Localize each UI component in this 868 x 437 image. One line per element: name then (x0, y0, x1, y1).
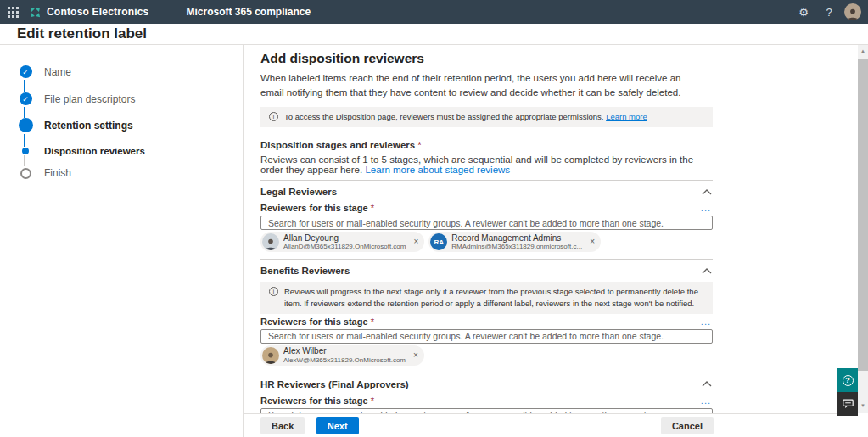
chip-name: Allan Deyoung (283, 233, 406, 244)
step-connector (24, 80, 25, 92)
scroll-up-arrow-icon[interactable]: ▲ (858, 45, 868, 57)
stage-title: Legal Reviewers (260, 187, 337, 197)
chip-email: RMAdmins@M365x311829.onmicrosoft.c... (451, 243, 582, 250)
contoso-logo-icon (29, 6, 42, 19)
step-complete-check-icon: ✓ (20, 92, 32, 105)
help-button[interactable]: ? (819, 2, 839, 22)
vertical-scrollbar[interactable]: ▲ ▼ (858, 45, 868, 413)
stage-title: Benefits Reviewers (260, 266, 350, 276)
reviewer-chip-allan-deyoung[interactable]: Allan Deyoung AllanD@M365x311829.OnMicro… (260, 232, 424, 252)
reviewers-field-label: Reviewers for this stage * (260, 395, 374, 406)
page-title: Edit retention label (17, 25, 147, 42)
wizard-step-finish[interactable]: Finish (18, 167, 71, 179)
feedback-button[interactable] (837, 392, 858, 416)
wizard-step-disposition-reviewers[interactable]: Disposition reviewers (18, 146, 145, 156)
reviewer-search-input-legal[interactable] (260, 216, 713, 230)
wizard-footer: Back Next Cancel (244, 413, 858, 437)
step-label: Disposition reviewers (44, 146, 145, 156)
gear-icon: ⚙ (798, 6, 809, 19)
stage-header-hr-reviewers[interactable]: HR Reviewers (Final Approvers) (260, 373, 713, 393)
avatar (262, 347, 279, 364)
reviewers-field-label: Reviewers for this stage * (260, 203, 374, 213)
chip-email: AllanD@M365x311829.OnMicrosoft.com (283, 243, 406, 250)
chip-name: Alex Wilber (283, 346, 406, 356)
wizard-step-retention-settings[interactable]: Retention settings (18, 118, 133, 132)
step-current-icon (19, 118, 33, 132)
section-heading: Add disposition reviewers (260, 51, 713, 66)
settings-button[interactable]: ⚙ (793, 2, 814, 22)
avatar (262, 233, 279, 250)
remove-chip-icon[interactable]: × (590, 238, 595, 246)
app-top-bar: Contoso Electronics Microsoft 365 compli… (0, 0, 868, 24)
more-options-icon[interactable]: ... (699, 205, 713, 210)
edit-retention-label-window: Contoso Electronics Microsoft 365 compli… (0, 0, 868, 437)
help-circle-icon: ? (843, 375, 854, 386)
chevron-up-icon[interactable] (701, 380, 713, 389)
more-options-icon[interactable]: ... (699, 398, 713, 403)
reviewers-field-label: Reviewers for this stage * (260, 317, 374, 327)
avatar: RA (430, 233, 447, 250)
stage-header-benefits-reviewers[interactable]: Benefits Reviewers (260, 260, 713, 279)
step-label: File plan descriptors (44, 93, 135, 105)
section-description: When labeled items reach the end of thei… (260, 71, 689, 99)
stage-header-legal-reviewers[interactable]: Legal Reviewers (260, 181, 713, 200)
stage-progress-note-banner: i Reviews will progress to the next stag… (260, 282, 713, 314)
person-icon (264, 237, 277, 250)
staged-reviews-link[interactable]: Learn more about staged reviews (365, 165, 510, 175)
scroll-down-arrow-icon[interactable]: ▼ (858, 400, 868, 412)
step-substep-dot-icon (22, 148, 29, 154)
reviewer-chip-alex-wilber[interactable]: Alex Wilber AlexW@M365x311829.OnMicrosof… (260, 345, 424, 366)
reviewer-search-input-benefits[interactable] (260, 329, 713, 344)
question-icon: ? (826, 6, 832, 19)
step-connector (24, 134, 25, 147)
permissions-note-text: To access the Disposition page, reviewer… (284, 111, 647, 123)
stage-title: HR Reviewers (Final Approvers) (260, 379, 409, 389)
stage-progress-note-text: Reviews will progress to the next stage … (284, 286, 704, 310)
wizard-step-name[interactable]: ✓ Name (18, 65, 71, 78)
step-label: Finish (44, 167, 71, 179)
step-label: Retention settings (44, 120, 133, 132)
chevron-up-icon[interactable] (701, 266, 713, 275)
product-name: Microsoft 365 compliance (186, 6, 311, 18)
chip-name: Record Management Admins (451, 233, 582, 244)
step-upcoming-icon (20, 168, 31, 179)
chevron-up-icon[interactable] (701, 188, 713, 196)
feedback-bubble-icon (843, 399, 854, 409)
wizard-page-content: Add disposition reviewers When labeled i… (244, 45, 858, 413)
reviewer-chip-record-management-admins[interactable]: RA Record Management Admins RMAdmins@M36… (428, 232, 601, 252)
wizard-step-file-plan-descriptors[interactable]: ✓ File plan descriptors (18, 92, 135, 105)
chip-email: AlexW@M365x311829.OnMicrosoft.com (283, 356, 406, 364)
person-icon (264, 350, 277, 364)
help-panel-button[interactable]: ? (837, 368, 858, 392)
wizard-step-nav: ✓ Name ✓ File plan descriptors Retention… (0, 45, 244, 437)
remove-chip-icon[interactable]: × (413, 351, 418, 360)
stages-description: Reviews can consist of 1 to 5 stages, wh… (260, 154, 713, 175)
waffle-icon (8, 7, 19, 18)
info-icon: i (269, 112, 278, 121)
permissions-note-banner: i To access the Disposition page, review… (260, 107, 713, 127)
info-icon: i (269, 287, 278, 296)
step-label: Name (44, 66, 71, 78)
back-button[interactable]: Back (260, 417, 305, 434)
person-icon (846, 7, 860, 20)
stages-field-label: Disposition stages and reviewers * (260, 140, 713, 150)
cancel-button[interactable]: Cancel (661, 417, 714, 434)
step-connector (24, 155, 25, 166)
more-options-icon[interactable]: ... (699, 319, 713, 324)
avatar-initials: RA (434, 238, 445, 246)
learn-more-link[interactable]: Learn more (606, 112, 647, 121)
app-launcher-button[interactable] (0, 0, 25, 24)
remove-chip-icon[interactable]: × (413, 238, 418, 246)
required-marker: * (417, 140, 421, 150)
brand-name: Contoso Electronics (47, 6, 148, 18)
next-button[interactable]: Next (316, 417, 359, 434)
scrollbar-thumb[interactable] (858, 59, 868, 371)
step-complete-check-icon: ✓ (20, 65, 32, 78)
account-avatar[interactable] (844, 3, 861, 20)
step-connector (24, 107, 25, 118)
